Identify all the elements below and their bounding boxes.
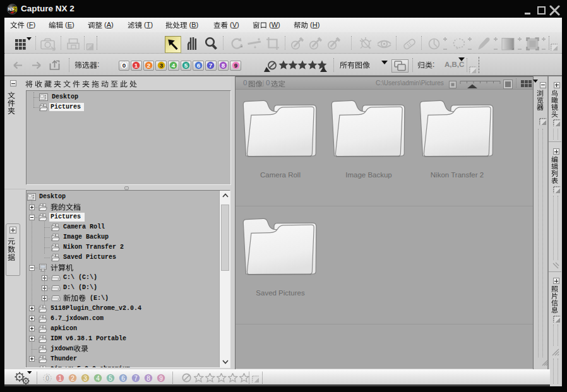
svg-text:5: 5 — [109, 375, 112, 382]
svg-text:3: 3 — [83, 375, 87, 382]
svg-text:7: 7 — [134, 375, 138, 382]
svg-text:9: 9 — [159, 375, 163, 382]
svg-text:6: 6 — [121, 375, 125, 382]
svg-text:0: 0 — [45, 375, 49, 382]
svg-text:2: 2 — [71, 375, 75, 382]
svg-text:8: 8 — [146, 375, 150, 382]
svg-text:4: 4 — [96, 375, 100, 382]
svg-text:1: 1 — [58, 375, 62, 382]
